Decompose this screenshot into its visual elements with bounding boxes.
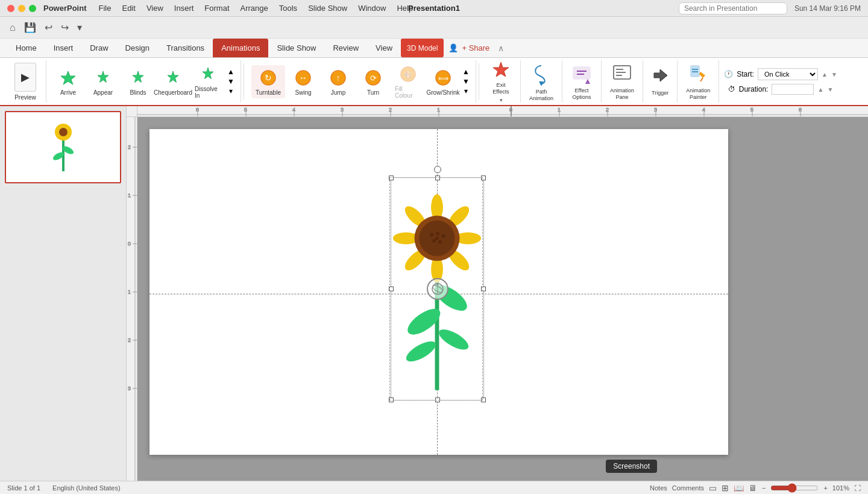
share-button[interactable]: 👤 + Share	[444, 43, 494, 52]
redo-icon[interactable]: ↪	[58, 21, 71, 34]
exit-effects-dropdown[interactable]: ▾	[500, 97, 503, 103]
tab-design[interactable]: Design	[117, 39, 158, 57]
anim-jump-label: Jump	[331, 89, 345, 96]
zoom-out-icon[interactable]: −	[762, 484, 766, 492]
anim-swing[interactable]: ↔ Swing	[286, 65, 320, 98]
animation-painter-button[interactable]: AnimationPainter	[682, 60, 714, 103]
fit-to-window-icon[interactable]: ⛶	[854, 484, 861, 492]
effect-options-group: EffectOptions	[562, 60, 602, 103]
svg-text:1: 1	[128, 192, 131, 198]
handle-top-mid[interactable]	[435, 176, 440, 180]
close-button[interactable]	[7, 5, 14, 12]
reading-view-icon[interactable]: 📖	[734, 483, 744, 493]
tab-insert[interactable]: Insert	[45, 39, 82, 57]
handle-bottom-mid[interactable]	[435, 397, 440, 402]
presenter-view-icon[interactable]: 🖥	[749, 483, 757, 493]
tab-transitions[interactable]: Transitions	[158, 39, 213, 57]
anim-dissolve[interactable]: Dissolve In	[191, 62, 225, 101]
preview-button[interactable]: ▶ Preview	[10, 60, 41, 103]
menu-format[interactable]: Format	[204, 4, 229, 13]
duration-up-icon[interactable]: ▲	[817, 86, 823, 93]
slide-canvas[interactable]	[137, 117, 868, 481]
handle-bottom-left[interactable]	[389, 397, 394, 402]
anim-jump[interactable]: ↑ Jump	[321, 65, 355, 98]
maximize-button[interactable]	[29, 5, 36, 12]
anim-blinds[interactable]: Blinds	[121, 65, 155, 98]
zoom-slider[interactable]	[770, 483, 819, 493]
undo-icon[interactable]: ↩	[42, 21, 55, 34]
emphasis-scroll[interactable]: ▲ ▼ ▾	[461, 68, 471, 95]
start-down-icon[interactable]: ▼	[831, 71, 837, 78]
animation-pane-button[interactable]: AnimationPane	[606, 60, 638, 103]
svg-line-31	[700, 78, 703, 81]
handle-mid-right[interactable]	[481, 287, 486, 291]
notes-btn[interactable]: Notes	[650, 484, 667, 492]
comments-btn[interactable]: Comments	[672, 484, 704, 492]
menu-arrange[interactable]: Arrange	[241, 4, 268, 13]
tab-animations[interactable]: Animations	[213, 39, 268, 57]
effect-options-button[interactable]: EffectOptions	[567, 60, 596, 103]
duration-input[interactable]	[772, 84, 814, 95]
title-bar: PowerPoint File Edit View Insert Format …	[0, 0, 868, 17]
menu-tools[interactable]: Tools	[279, 4, 297, 13]
handle-mid-left[interactable]	[389, 287, 394, 291]
duration-label: Duration:	[739, 85, 769, 93]
start-up-icon[interactable]: ▲	[822, 71, 828, 78]
animation-pane-group: AnimationPane	[602, 60, 643, 103]
rotate-handle[interactable]	[434, 166, 441, 173]
slide-thumb-1[interactable]: 1	[5, 111, 121, 183]
anim-chequerboard[interactable]: Chequerboard	[156, 65, 190, 98]
anim-appear[interactable]: Appear	[86, 65, 120, 98]
menu-edit[interactable]: Edit	[122, 4, 135, 13]
svg-text:3: 3	[654, 107, 657, 113]
sunflower-object[interactable]	[391, 177, 484, 401]
normal-view-icon[interactable]: ▭	[709, 483, 717, 493]
duration-down-icon[interactable]: ▼	[827, 86, 833, 93]
svg-marker-27	[654, 69, 667, 81]
customize-icon[interactable]: ▾	[75, 21, 84, 34]
home-icon[interactable]: ⌂	[7, 21, 18, 34]
anim-chequerboard-label: Chequerboard	[154, 89, 192, 96]
collapse-ribbon-icon[interactable]: ∧	[498, 43, 504, 53]
svg-point-85	[403, 337, 439, 365]
anim-fill-colour: 🎨 Fill Colour	[391, 62, 425, 101]
slide-panel: 1	[0, 106, 127, 481]
tab-home[interactable]: Home	[7, 39, 45, 57]
search-input[interactable]	[679, 2, 787, 14]
zoom-in-icon[interactable]: +	[823, 484, 827, 492]
anim-grow-shrink[interactable]: ⟺ Grow/Shrink	[426, 65, 460, 98]
3d-rotate-handle[interactable]	[427, 278, 448, 300]
grid-view-icon[interactable]: ⊞	[722, 483, 729, 493]
vertical-ruler: 2 1 0 1 2 3	[127, 117, 137, 481]
handle-bottom-right[interactable]	[481, 397, 486, 402]
tab-view[interactable]: View	[367, 39, 401, 57]
handle-top-right[interactable]	[481, 176, 486, 180]
svg-text:1: 1	[558, 107, 561, 113]
anim-arrive[interactable]: Arrive	[51, 65, 85, 98]
path-animation-button[interactable]: PathAnimation	[526, 59, 557, 104]
anim-turn[interactable]: ⟳ Turn	[356, 65, 390, 98]
svg-text:4: 4	[702, 107, 705, 113]
tab-draw[interactable]: Draw	[81, 39, 116, 57]
ribbon: ▶ Preview Arrive	[0, 58, 868, 106]
anim-appear-label: Appear	[93, 89, 113, 96]
svg-marker-17	[493, 62, 509, 77]
menu-insert[interactable]: Insert	[174, 4, 194, 13]
tab-3d-model[interactable]: 3D Model	[401, 39, 444, 57]
menu-window[interactable]: Window	[358, 4, 386, 13]
animation-scroll[interactable]: ▲ ▼ ▾	[226, 68, 236, 95]
exit-effects-button[interactable]: ExitEffects ▾	[486, 57, 515, 106]
start-select[interactable]: On Click With Previous After Previous	[758, 68, 818, 80]
trigger-button[interactable]: Trigger	[648, 65, 672, 98]
tab-review[interactable]: Review	[324, 39, 367, 57]
handle-top-left[interactable]	[389, 176, 394, 180]
minimize-button[interactable]	[18, 5, 25, 12]
menu-slideshow[interactable]: Slide Show	[308, 4, 347, 13]
save-icon[interactable]: 💾	[22, 21, 39, 34]
menu-file[interactable]: File	[99, 4, 112, 13]
tab-slideshow[interactable]: Slide Show	[268, 39, 324, 57]
menu-view[interactable]: View	[146, 4, 163, 13]
anim-turntable[interactable]: ↻ Turntable	[251, 65, 285, 98]
preview-group: ▶ Preview	[5, 60, 46, 103]
svg-marker-3	[168, 71, 178, 83]
